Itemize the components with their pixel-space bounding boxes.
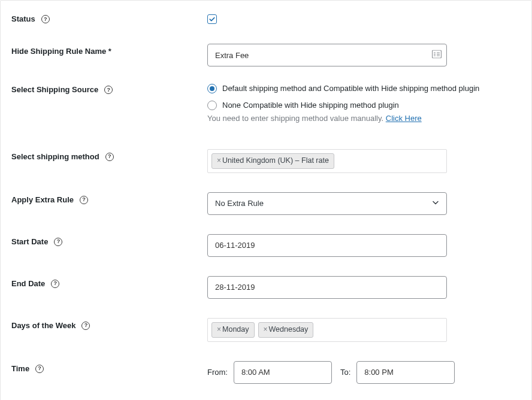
label-days-of-week-text: Days of the Week (11, 320, 75, 331)
label-shipping-source-text: Select Shipping Source (11, 84, 98, 95)
row-apply-extra-rule: Apply Extra Rule ? No Extra Rule (1, 185, 531, 219)
label-time: Time ? (1, 357, 207, 374)
row-start-date: Start Date ? (1, 227, 531, 260)
help-icon[interactable]: ? (105, 153, 114, 161)
radio-none-label: None Compatible with Hide shipping metho… (222, 100, 399, 111)
field-time: From: To: (207, 357, 531, 384)
day-tag[interactable]: ×Wednesday (258, 322, 314, 338)
shipping-source-hint: You need to enter shipping method value … (207, 114, 521, 123)
label-status-text: Status (11, 14, 35, 25)
days-tag-input[interactable]: ×Monday ×Wednesday (207, 318, 447, 342)
label-time-text: Time (11, 363, 29, 374)
row-shipping-source: Select Shipping Source ? Default shippin… (1, 78, 531, 126)
label-start-date-text: Start Date (11, 237, 48, 247)
tag-remove-icon[interactable]: × (217, 325, 221, 335)
help-icon[interactable]: ? (41, 15, 50, 23)
tag-text: United Kingdom (UK) – Flat rate (222, 156, 329, 165)
label-apply-extra-rule-text: Apply Extra Rule (11, 195, 74, 205)
hint-link[interactable]: Click Here (386, 114, 422, 123)
hint-text: You need to enter shipping method value … (207, 114, 386, 123)
label-end-date-text: End Date (11, 278, 45, 289)
autofill-icon (432, 50, 442, 60)
radio-default-indicator (207, 84, 217, 93)
help-icon[interactable]: ? (104, 86, 113, 94)
tag-remove-icon[interactable]: × (217, 156, 221, 166)
help-icon[interactable]: ? (54, 238, 62, 246)
chevron-down-icon (432, 199, 439, 208)
end-date-input[interactable] (207, 276, 447, 299)
shipping-method-tag-input[interactable]: ×United Kingdom (UK) – Flat rate (207, 149, 447, 173)
select-value: No Extra Rule (215, 199, 264, 208)
label-rule-name: Hide Shipping Rule Name * (1, 40, 207, 57)
label-rule-name-text: Hide Shipping Rule Name * (11, 46, 111, 57)
label-status: Status ? (1, 13, 207, 25)
settings-panel: Status ? Hide Shipping Rule Name * Sele (0, 0, 532, 400)
rule-name-input-wrap (207, 44, 447, 66)
radio-none[interactable]: None Compatible with Hide shipping metho… (207, 100, 521, 111)
radio-dot-icon (210, 86, 214, 91)
field-days-of-week: ×Monday ×Wednesday (207, 314, 531, 342)
radio-default[interactable]: Default shipping method and Compatible w… (207, 83, 521, 94)
apply-extra-rule-select[interactable]: No Extra Rule (207, 192, 447, 215)
tag-remove-icon[interactable]: × (264, 325, 268, 335)
radio-default-label: Default shipping method and Compatible w… (222, 83, 479, 94)
help-icon[interactable]: ? (81, 322, 90, 330)
row-rule-name: Hide Shipping Rule Name * (1, 37, 531, 70)
time-to-input[interactable] (356, 361, 455, 384)
label-days-of-week: Days of the Week ? (1, 314, 207, 331)
day-tag[interactable]: ×Monday (211, 322, 255, 338)
radio-none-indicator (207, 101, 217, 110)
shipping-method-tag[interactable]: ×United Kingdom (UK) – Flat rate (211, 153, 334, 169)
status-checkbox[interactable] (207, 14, 217, 24)
row-shipping-method: Select shipping method ? ×United Kingdom… (1, 142, 531, 177)
row-time: Time ? From: To: (1, 354, 531, 387)
help-icon[interactable]: ? (51, 280, 59, 288)
field-shipping-method: ×United Kingdom (UK) – Flat rate (207, 146, 531, 173)
field-rule-name (207, 40, 531, 66)
help-icon[interactable]: ? (35, 365, 44, 373)
field-apply-extra-rule: No Extra Rule (207, 189, 531, 215)
label-start-date: Start Date ? (1, 231, 207, 247)
row-status: Status ? (1, 9, 531, 28)
time-to-label: To: (340, 368, 350, 377)
rule-name-input[interactable] (207, 44, 447, 66)
field-status (207, 13, 531, 25)
label-end-date: End Date ? (1, 272, 207, 289)
time-from-label: From: (207, 368, 228, 377)
time-row: From: To: (207, 361, 521, 384)
label-shipping-source: Select Shipping Source ? (1, 82, 207, 95)
row-end-date: End Date ? (1, 269, 531, 302)
time-from-input[interactable] (234, 361, 332, 384)
field-shipping-source: Default shipping method and Compatible w… (207, 82, 531, 122)
check-icon (208, 16, 216, 23)
label-shipping-method-text: Select shipping method (11, 151, 99, 162)
field-start-date (207, 231, 531, 257)
tag-text: Monday (222, 325, 249, 334)
tag-text: Wednesday (269, 325, 309, 334)
row-days-of-week: Days of the Week ? ×Monday ×Wednesday (1, 311, 531, 346)
label-shipping-method: Select shipping method ? (1, 146, 207, 162)
help-icon[interactable]: ? (80, 196, 88, 204)
start-date-input[interactable] (207, 234, 447, 257)
field-end-date (207, 272, 531, 299)
label-apply-extra-rule: Apply Extra Rule ? (1, 189, 207, 205)
